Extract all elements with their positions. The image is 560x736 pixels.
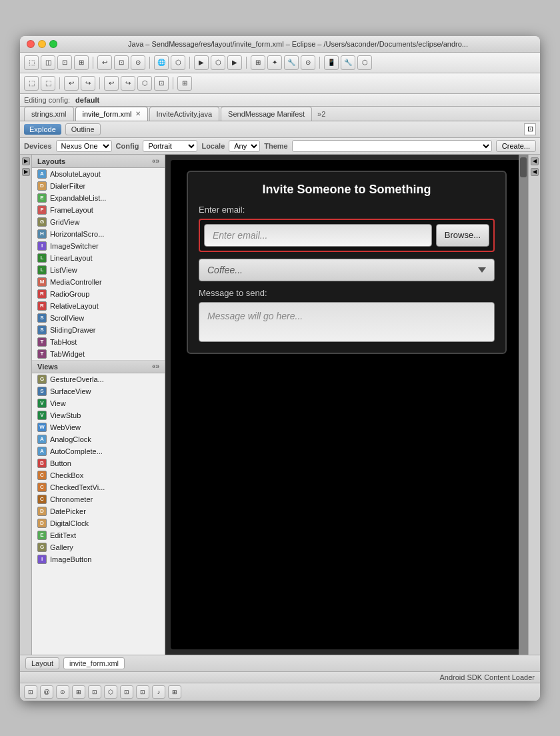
toolbar-btn-19[interactable]: ⬡ [357,55,372,70]
email-input-placeholder[interactable]: Enter email... [204,224,432,247]
sidebar-item-linearlayout[interactable]: L LinearLayout [32,252,165,264]
sidebar-item-checkedtextview[interactable]: C CheckedTextVi... [32,481,165,493]
sidebar-item-radiogroup[interactable]: R RadioGroup [32,288,165,300]
sidebar-item-framelayout[interactable]: F FrameLayout [32,204,165,216]
sidebar-item-gestureoverlay[interactable]: G GestureOverla... [32,373,165,385]
bottom-btn-8[interactable]: ⊡ [136,685,149,699]
coffee-dropdown[interactable]: Coffee... [199,259,495,281]
sidebar-item-tabwidget[interactable]: T TabWidget [32,348,165,360]
bottom-btn-5[interactable]: ⊡ [88,685,101,699]
create-button[interactable]: Create... [496,140,536,152]
toolbar-btn-16[interactable]: ⊙ [301,55,315,70]
sidebar-item-button[interactable]: B Button [32,457,165,469]
sidebar-item-expandablelist[interactable]: E ExpandableList... [32,192,165,204]
toolbar-btn-9[interactable]: ⬡ [171,55,185,70]
outline-button[interactable]: Outline [65,123,101,135]
sidebar-item-scrollview[interactable]: S ScrollView [32,312,165,324]
browse-button[interactable]: Browse... [436,224,489,247]
toolbar-btn-5[interactable]: ↩ [97,55,112,70]
close-button[interactable] [27,40,35,48]
right-strip-btn-2[interactable]: ◀ [531,168,539,176]
sidebar-item-slidingdrawer[interactable]: S SlidingDrawer [32,324,165,336]
sidebar-item-imageswitcher[interactable]: I ImageSwitcher [32,240,165,252]
explode-button[interactable]: Explode [24,124,61,135]
tab-invite-activity[interactable]: InviteActivity.java [149,107,220,121]
tab-layout[interactable]: Layout [25,657,59,669]
toolbar-btn-20[interactable]: ⬚ [24,76,39,91]
toolbar-btn-1[interactable]: ⬚ [24,55,39,70]
maximize-button[interactable] [49,40,57,48]
sidebar-item-horizontalscroll[interactable]: H HorizontalScro... [32,228,165,240]
strip-btn-1[interactable]: ▶ [22,157,30,165]
device-select[interactable]: Nexus One [56,140,112,152]
toolbar-btn-13[interactable]: ⊞ [251,55,265,70]
theme-select[interactable] [292,140,492,152]
sidebar-item-view[interactable]: V View [32,397,165,409]
sidebar-item-checkbox[interactable]: C CheckBox [32,469,165,481]
toolbar-btn-15[interactable]: 🔧 [284,55,299,70]
sidebar-item-mediacontroller[interactable]: M MediaController [32,276,165,288]
sidebar-item-autocomplete[interactable]: A AutoComplete... [32,445,165,457]
toolbar-btn-21[interactable]: ⬚ [41,76,55,91]
strip-btn-2[interactable]: ▶ [22,168,30,176]
toolbar-btn-4[interactable]: ⊞ [74,55,89,70]
toolbar-btn-10[interactable]: ▶ [194,55,209,70]
sidebar-item-relativelayout[interactable]: R RelativeLayout [32,300,165,312]
sidebar-item-absolutelayout[interactable]: A AbsoluteLayout [32,168,165,180]
minimize-button[interactable] [38,40,46,48]
toolbar-btn-3[interactable]: ⊡ [57,55,72,70]
sidebar-item-webview[interactable]: W WebView [32,421,165,433]
sidebar-item-analogclock[interactable]: A AnalogClock [32,433,165,445]
tab-strings-xml[interactable]: strings.xml [24,107,74,121]
toolbar-btn-23[interactable]: ↪ [81,76,95,91]
tab-sendmessage-manifest[interactable]: SendMessage Manifest [221,107,312,121]
bottom-btn-7[interactable]: ⊡ [120,685,133,699]
tab-invite-form-close-icon[interactable]: ✕ [135,110,141,117]
toolbar-btn-25[interactable]: ↪ [121,76,135,91]
sidebar-item-surfaceview[interactable]: S SurfaceView [32,385,165,397]
sidebar-item-dialerfilter[interactable]: D DialerFilter [32,180,165,192]
sidebar-item-datepicker[interactable]: D DatePicker [32,505,165,517]
toolbar-btn-27[interactable]: ⊡ [154,76,169,91]
sidebar-item-listview[interactable]: L ListView [32,264,165,276]
message-area[interactable]: Message will go here... [199,302,495,342]
toolbar-btn-14[interactable]: ✦ [267,55,282,70]
sidebar-item-digitalclock[interactable]: D DigitalClock [32,517,165,529]
locale-select[interactable]: Any [229,140,260,152]
sidebar-item-gridview[interactable]: G GridView [32,216,165,228]
bottom-btn-4[interactable]: ⊞ [72,685,85,699]
panel-toggle-button[interactable]: ⊡ [524,123,536,135]
scrollbar[interactable] [519,155,528,655]
sidebar-item-imagebutton[interactable]: I ImageButton [32,553,165,565]
bottom-btn-6[interactable]: ⬡ [104,685,117,699]
toolbar-btn-2[interactable]: ◫ [41,55,55,70]
sidebar-item-viewstub[interactable]: V ViewStub [32,409,165,421]
sidebar-item-gallery[interactable]: G Gallery [32,541,165,553]
toolbar-btn-22[interactable]: ↩ [64,76,79,91]
digitalclock-icon: D [37,519,47,528]
toolbar-btn-17[interactable]: 📱 [324,55,339,70]
toolbar-btn-11[interactable]: ⬡ [211,55,225,70]
bottom-btn-1[interactable]: ⊡ [24,685,37,699]
sidebar-item-chronometer[interactable]: C Chronometer [32,493,165,505]
bottom-btn-3[interactable]: ⊙ [56,685,69,699]
tab-invite-form-xml[interactable]: invite_form.xml ✕ [75,107,148,121]
sidebar-item-edittext[interactable]: E EditText [32,529,165,541]
sidebar-item-tabhost[interactable]: T TabHost [32,336,165,348]
tab-overflow[interactable]: »2 [313,107,329,121]
bottom-btn-10[interactable]: ⊞ [168,685,181,699]
toolbar-btn-24[interactable]: ↩ [104,76,119,91]
scrollbar-thumb[interactable] [520,157,527,177]
toolbar-btn-26[interactable]: ⬡ [137,76,152,91]
bottom-btn-9[interactable]: ♪ [152,685,165,699]
toolbar-btn-12[interactable]: ▶ [227,55,242,70]
toolbar-btn-6[interactable]: ⊡ [114,55,129,70]
toolbar-btn-8[interactable]: 🌐 [154,55,169,70]
bottom-btn-2[interactable]: @ [40,685,53,699]
toolbar-btn-18[interactable]: 🔧 [341,55,355,70]
toolbar-btn-7[interactable]: ⊙ [131,55,145,70]
orientation-select[interactable]: Portrait Landscape [143,140,197,152]
right-strip-btn-1[interactable]: ◀ [531,157,539,165]
toolbar-btn-28[interactable]: ⊞ [177,76,192,91]
tab-invite-form-bottom[interactable]: invite_form.xml [63,657,125,669]
